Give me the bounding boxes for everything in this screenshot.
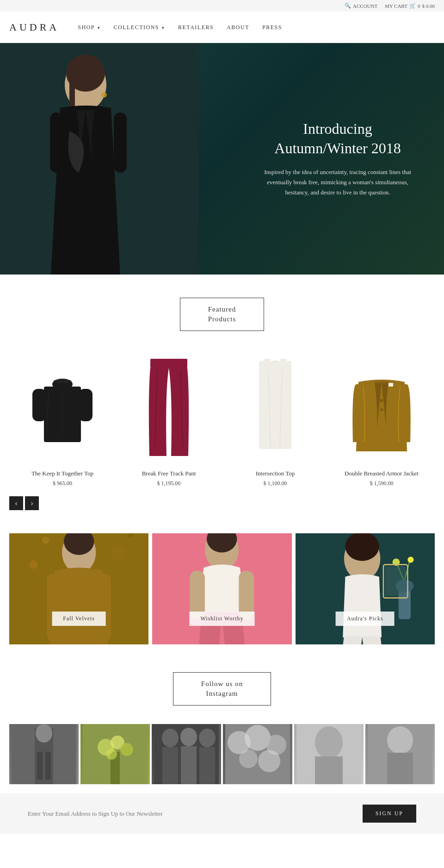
nav-item-retailers[interactable]: RETAILERS [178, 24, 214, 31]
carousel-next-button[interactable]: › [25, 496, 39, 510]
product-item[interactable]: Double Breasted Armor Jacket $ 1,590.00 [328, 350, 435, 487]
svg-point-63 [106, 749, 117, 760]
collection-bg-2 [152, 533, 291, 644]
svg-point-82 [387, 726, 413, 754]
nav-link-press[interactable]: PRESS [262, 24, 282, 31]
cart-label: MY CART [385, 3, 407, 9]
svg-rect-17 [264, 359, 271, 368]
follow-instagram-section: Follow us on Instagram [0, 672, 444, 706]
follow-instagram-box[interactable]: Follow us on Instagram [173, 672, 271, 706]
product-image-3 [229, 350, 321, 461]
cart-link[interactable]: MY CART 🛒 0 $ 0.00 [385, 3, 435, 9]
cart-count: 0 [418, 3, 420, 9]
product-image-1 [16, 350, 109, 461]
svg-point-65 [162, 729, 179, 747]
svg-rect-35 [100, 574, 111, 640]
svg-rect-8 [32, 389, 46, 421]
product-item[interactable]: Break Free Track Pant $ 1,195.00 [116, 350, 222, 487]
featured-products-title: Featured Products [180, 298, 265, 331]
collection-label-1: Fall Velvets [52, 612, 106, 626]
instagram-image-6[interactable] [365, 724, 435, 784]
instagram-image-4[interactable] [223, 724, 292, 784]
newsletter-input[interactable] [28, 810, 363, 818]
newsletter-signup-button[interactable]: SIGN UP [363, 805, 416, 823]
search-icon: 🔍 [345, 3, 351, 9]
carousel-controls: ‹ › [0, 496, 444, 510]
svg-rect-24 [388, 383, 393, 387]
svg-point-48 [407, 557, 413, 563]
product-image-4 [335, 350, 428, 461]
product-name-3: Intersection Top [229, 470, 321, 477]
chevron-down-icon: ▾ [162, 25, 165, 30]
instagram-image-5[interactable] [294, 724, 364, 784]
svg-rect-80 [315, 756, 343, 784]
featured-products-section: Featured Products [0, 298, 444, 331]
collection-bg-3 [296, 533, 435, 644]
product-price-1: $ 965.00 [16, 480, 109, 487]
svg-rect-83 [387, 753, 413, 784]
svg-point-57 [36, 724, 52, 743]
collection-label-3: Audra's Picks [336, 612, 395, 626]
product-name-4: Double Breasted Armor Jacket [335, 470, 428, 477]
svg-point-79 [315, 726, 343, 759]
top-bar: 🔍 ACCOUNT MY CART 🛒 0 $ 0.00 [0, 0, 444, 12]
svg-point-22 [380, 399, 383, 402]
hero-text: Introducing Autumn/Winter 2018 Inspired … [259, 119, 416, 198]
newsletter-section: SIGN UP [0, 793, 444, 834]
collections-grid: Fall Velvets Wishlist Worthy [0, 533, 444, 644]
hero-headline: Introducing Autumn/Winter 2018 [259, 119, 416, 158]
svg-rect-4 [50, 112, 63, 173]
nav-link-retailers[interactable]: RETAILERS [178, 24, 214, 31]
product-name-1: The Keep It Together Top [16, 470, 109, 477]
svg-rect-66 [162, 747, 178, 784]
product-item[interactable]: Intersection Top $ 1,100.00 [222, 350, 328, 487]
svg-rect-52 [385, 567, 406, 596]
svg-point-76 [258, 750, 280, 772]
collection-item-wishlist[interactable]: Wishlist Worthy [152, 533, 291, 644]
nav-link-about[interactable]: ABOUT [227, 24, 249, 31]
svg-point-30 [29, 560, 37, 568]
chevron-down-icon: ▾ [98, 25, 101, 30]
cart-icon: 🛒 [409, 3, 416, 9]
collection-item-fall-velvets[interactable]: Fall Velvets [9, 533, 148, 644]
svg-rect-56 [45, 752, 51, 780]
carousel-prev-button[interactable]: ‹ [9, 496, 23, 510]
main-nav: AUDRA SHOP ▾ COLLECTIONS ▾ RETAILERS ABO… [0, 12, 444, 43]
nav-item-press[interactable]: PRESS [262, 24, 282, 31]
svg-point-6 [101, 92, 107, 98]
cart-amount: $ 0.00 [422, 3, 435, 9]
logo[interactable]: AUDRA [9, 21, 59, 33]
collection-item-audras-picks[interactable]: Audra's Picks [296, 533, 435, 644]
svg-rect-34 [47, 574, 58, 640]
product-price-4: $ 1,590.00 [335, 480, 428, 487]
product-image-2 [123, 350, 215, 461]
svg-point-27 [42, 537, 49, 544]
account-label: ACCOUNT [353, 3, 377, 9]
products-grid: The Keep It Together Top $ 965.00 Break … [0, 350, 444, 487]
instagram-grid [0, 724, 444, 784]
nav-item-about[interactable]: ABOUT [227, 24, 249, 31]
collection-label-2: Wishlist Worthy [189, 612, 254, 626]
svg-rect-5 [114, 112, 127, 173]
nav-item-collections[interactable]: COLLECTIONS ▾ [113, 24, 165, 31]
nav-link-collections[interactable]: COLLECTIONS ▾ [113, 24, 165, 31]
product-item[interactable]: The Keep It Together Top $ 965.00 [9, 350, 116, 487]
nav-item-shop[interactable]: SHOP ▾ [78, 24, 100, 31]
nav-link-shop[interactable]: SHOP ▾ [78, 24, 100, 31]
hero-section: Introducing Autumn/Winter 2018 Inspired … [0, 43, 444, 275]
account-link[interactable]: 🔍 ACCOUNT [345, 3, 377, 9]
svg-rect-70 [199, 747, 215, 784]
hero-model-image [0, 43, 199, 275]
svg-point-69 [199, 729, 216, 747]
svg-rect-55 [37, 752, 43, 780]
instagram-image-1[interactable] [9, 724, 79, 784]
product-price-2: $ 1,195.00 [123, 480, 215, 487]
svg-rect-13 [150, 359, 187, 368]
instagram-image-3[interactable] [152, 724, 221, 784]
svg-point-62 [120, 743, 133, 756]
hero-description: Inspired by the idea of uncertainty, tra… [259, 167, 416, 198]
product-price-3: $ 1,100.00 [229, 480, 321, 487]
instagram-image-2[interactable] [80, 724, 150, 784]
svg-point-75 [239, 749, 258, 768]
svg-rect-9 [79, 389, 92, 421]
